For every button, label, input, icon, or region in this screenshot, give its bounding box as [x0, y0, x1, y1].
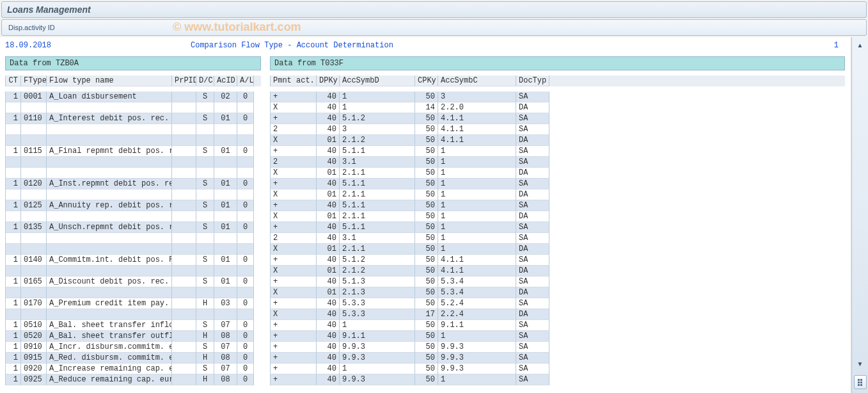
cell-dc	[196, 189, 214, 200]
table-row[interactable]	[5, 124, 261, 135]
table-row[interactable]: +405.1.2504.1.1SA	[270, 113, 845, 124]
table-row[interactable]: +405.3.3505.2.4SA	[270, 298, 845, 309]
table-row[interactable]: 10115A_Final repmnt debit pos. rS010	[5, 146, 261, 157]
table-row[interactable]: 10925A_Reduce remaining cap. eurH080	[5, 374, 261, 385]
table-row[interactable]: X012.1.2504.1.1DA	[270, 135, 845, 146]
col-cpky[interactable]: CPKy	[415, 76, 438, 86]
cell-asymd: 5.1.1	[340, 222, 415, 233]
table-row[interactable]: +401509.9.3SA	[270, 364, 845, 374]
table-row[interactable]: +405.1.1501SA	[270, 200, 845, 211]
cell-doc: SA	[516, 277, 549, 287]
cell-cpky: 50	[415, 331, 438, 342]
table-row[interactable]: +409.1.1501SA	[270, 331, 845, 342]
table-row[interactable]: +409.9.3501SA	[270, 374, 845, 385]
table-row[interactable]: 10920A_Increase remaining cap. eS070	[5, 364, 261, 374]
cell-cpky: 50	[415, 320, 438, 331]
cell-al	[237, 102, 254, 113]
table-row[interactable]: 10520A_Bal. sheet transfer outflH080	[5, 331, 261, 342]
cell-name: A_Incr. disbursm.commitm. e	[47, 342, 172, 353]
table-row[interactable]: +405.1.1501SA	[270, 146, 845, 157]
table-row[interactable]: 10510A_Bal. sheet transfer infloS070	[5, 320, 261, 331]
cell-cpky: 50	[415, 157, 438, 168]
table-row[interactable]: +409.9.3509.9.3SA	[270, 342, 845, 353]
col-pmnt[interactable]: Pmnt act.	[271, 76, 317, 86]
table-row[interactable]: 10915A_Red. disbursm. commitm. eH080	[5, 353, 261, 364]
col-acid[interactable]: AcID	[214, 76, 237, 86]
table-row[interactable]: +401509.1.1SA	[270, 320, 845, 331]
table-row[interactable]	[5, 211, 261, 222]
side-panel-toggle-icon[interactable]	[854, 375, 867, 389]
table-row[interactable]	[5, 244, 261, 255]
cell-cpky: 50	[415, 374, 438, 385]
table-row[interactable]: 2403.1501SA	[270, 233, 845, 244]
table-row[interactable]	[5, 233, 261, 244]
cell-al	[237, 266, 254, 277]
cell-name: A_Bal. sheet transfer inflo	[47, 320, 172, 331]
table-row[interactable]: +405.1.3505.3.4SA	[270, 277, 845, 287]
table-row[interactable]: +401503SA	[270, 92, 845, 102]
cell-pmnt: +	[271, 222, 317, 233]
scroll-down-arrow-icon[interactable]: ▼	[855, 358, 865, 369]
col-doc[interactable]: DocTyp	[516, 76, 549, 86]
table-row[interactable]: 10001A_Loan disbursementS020	[5, 92, 261, 102]
col-prpid[interactable]: PrPID	[172, 76, 196, 86]
table-row[interactable]: X012.1.1501DA	[270, 168, 845, 179]
cell-name: A_Loan disbursement	[47, 92, 172, 102]
table-row[interactable]: +405.1.1501SA	[270, 179, 845, 189]
cell-al: 0	[237, 113, 254, 124]
col-asymd[interactable]: AccSymbD	[340, 76, 415, 86]
cell-acid	[214, 309, 237, 320]
cell-ftype: 0920	[21, 364, 47, 374]
table-row[interactable]: 10125A_Annuity rep. debit pos. rS010	[5, 200, 261, 211]
table-row[interactable]: 2403.1501SA	[270, 157, 845, 168]
table-row[interactable]: X012.1.3505.3.4DA	[270, 287, 845, 298]
col-al[interactable]: A/L	[237, 76, 254, 86]
cell-ct	[6, 244, 21, 255]
table-row[interactable]: +405.1.1501SA	[270, 222, 845, 233]
table-row[interactable]: 10170A_Premium credit item pay.H030	[5, 298, 261, 309]
table-row[interactable]: X012.1.1501DA	[270, 211, 845, 222]
table-row[interactable]	[5, 287, 261, 298]
table-row[interactable]	[5, 309, 261, 320]
table-row[interactable]: 10110A_Interest debit pos. rec.S010	[5, 113, 261, 124]
table-row[interactable]: X012.1.1501DA	[270, 189, 845, 200]
table-row[interactable]: 10910A_Incr. disbursm.commitm. eS070	[5, 342, 261, 353]
cell-acid: 02	[214, 92, 237, 102]
table-row[interactable]	[5, 135, 261, 146]
table-row[interactable]: 10165A_Discount debit pos. rec.S010	[5, 277, 261, 287]
cell-doc: DA	[516, 135, 549, 146]
table-row[interactable]: X012.1.1501DA	[270, 244, 845, 255]
table-row[interactable]	[5, 102, 261, 113]
col-ct[interactable]: CT	[6, 76, 21, 86]
app-container: Loans Management Disp.activity ID © www.…	[0, 0, 868, 393]
report-viewport[interactable]: 18.09.2018 Comparison Flow Type - Accoun…	[0, 37, 850, 393]
table-row[interactable]	[5, 189, 261, 200]
table-row[interactable]: 10135A_Unsch.repmnt debit pos. rS010	[5, 222, 261, 233]
table-row[interactable]	[5, 157, 261, 168]
table-row[interactable]: X405.3.3172.2.4DA	[270, 309, 845, 320]
toolbar-label[interactable]: Disp.activity ID	[8, 24, 55, 31]
table-row[interactable]: +405.1.2504.1.1SA	[270, 255, 845, 266]
table-row[interactable]: 2403504.1.1SA	[270, 124, 845, 135]
col-dc[interactable]: D/C	[196, 76, 214, 86]
table-row[interactable]: X401142.2.0DA	[270, 102, 845, 113]
table-row[interactable]: X012.1.2504.1.1DA	[270, 266, 845, 277]
cell-asymc: 2.2.0	[438, 102, 516, 113]
cell-dpky: 01	[317, 266, 340, 277]
cell-cpky: 50	[415, 200, 438, 211]
table-row[interactable]: 10140A_Commitm.int. debit pos. RS010	[5, 255, 261, 266]
table-row[interactable]: 10120A_Inst.repmnt debit pos. reS010	[5, 179, 261, 189]
vertical-scrollbar[interactable]: ▲ ▼	[851, 37, 868, 393]
cell-prpid	[172, 124, 196, 135]
cell-asymd: 2.1.2	[340, 266, 415, 277]
col-name[interactable]: Flow type name	[47, 76, 172, 86]
table-row[interactable]	[5, 168, 261, 179]
cell-pmnt: 2	[271, 233, 317, 244]
col-dpky[interactable]: DPKy	[317, 76, 340, 86]
scroll-up-arrow-icon[interactable]: ▲	[855, 40, 865, 50]
table-row[interactable]	[5, 266, 261, 277]
cell-dpky: 40	[317, 374, 340, 385]
col-asymc[interactable]: AccSymbC	[438, 76, 516, 86]
col-ftype[interactable]: FType	[21, 76, 47, 86]
table-row[interactable]: +409.9.3509.9.3SA	[270, 353, 845, 364]
